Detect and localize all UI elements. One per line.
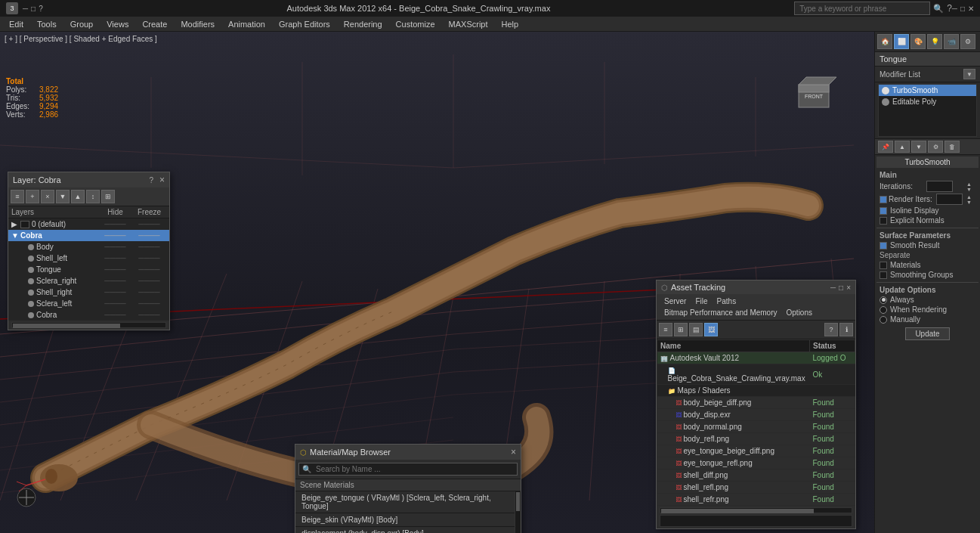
asset-menu-paths[interactable]: Paths xyxy=(713,296,741,307)
search-input[interactable] xyxy=(794,2,930,15)
mat-item-1[interactable]: Beige_skin (VRayMtl) [Body] xyxy=(295,513,515,527)
window-minimize-btn[interactable]: ─ xyxy=(952,5,957,13)
layer-row-shell-left[interactable]: Shell_left ──── ──── xyxy=(8,253,169,264)
menu-item-tools[interactable]: Tools xyxy=(31,18,63,30)
menu-item-create[interactable]: Create xyxy=(136,18,173,30)
layers-scrollbar-thumb[interactable] xyxy=(13,324,120,328)
rp-icon2[interactable]: ⬜ xyxy=(894,34,909,49)
material-browser-titlebar[interactable]: ⬡ Material/Map Browser × xyxy=(295,445,521,460)
asset-row-vault[interactable]: 🏢Autodesk Vault 2012 Logged O xyxy=(657,352,855,364)
layers-create-btn[interactable]: ≡ xyxy=(11,190,24,203)
asset-icon-filter[interactable]: ▤ xyxy=(689,323,703,336)
asset-row-3[interactable]: 🖼body_refl.png Found xyxy=(657,433,855,445)
asset-icon-bitmap[interactable]: 🖼 xyxy=(704,323,718,336)
menu-item-animation[interactable]: Animation xyxy=(222,18,271,30)
layers-titlebar[interactable]: Layer: Cobra ? × xyxy=(8,172,169,187)
modifier-pin-icon[interactable]: 📌 xyxy=(878,141,893,153)
material-browser-close-btn[interactable]: × xyxy=(511,447,516,457)
rp-icon1[interactable]: 🏠 xyxy=(877,34,892,49)
ts-render-iters-input[interactable]: 2 xyxy=(936,194,963,205)
ts-render-iters-checkbox[interactable] xyxy=(880,196,887,203)
menu-item-rendering[interactable]: Rendering xyxy=(338,18,388,30)
mat-item-2[interactable]: displacement (body_disp.exr) [Body] xyxy=(295,527,515,533)
asset-scrollbar-thumb[interactable] xyxy=(661,509,814,513)
modifier-list-dropdown[interactable]: ▼ xyxy=(963,69,975,79)
rp-icon6[interactable]: ⚙ xyxy=(960,34,975,49)
asset-menu-server[interactable]: Server xyxy=(660,296,691,307)
window-close-btn[interactable]: ✕ xyxy=(968,5,974,13)
menu-item-maxscript[interactable]: MAXScript xyxy=(443,18,494,30)
asset-scrollbar[interactable] xyxy=(660,507,852,513)
asset-icon-list[interactable]: ≡ xyxy=(659,323,672,336)
asset-icon-detail[interactable]: ⊞ xyxy=(674,323,688,336)
asset-maximize-btn[interactable]: □ xyxy=(839,284,843,292)
mat-scrollbar-thumb[interactable] xyxy=(516,492,520,511)
menu-item-help[interactable]: Help xyxy=(496,18,525,30)
asset-close-btn[interactable]: × xyxy=(846,284,851,292)
modifier-editable-poly[interactable]: Editable Poly xyxy=(879,96,976,107)
ts-iterations-spinner[interactable]: ▲ ▼ xyxy=(966,181,975,192)
modifier-delete-icon[interactable]: 🗑 xyxy=(944,141,960,153)
ts-render-iters-spinner[interactable]: ▲ ▼ xyxy=(966,194,975,205)
layers-add-btn[interactable]: + xyxy=(26,190,39,203)
layer-row-cobra[interactable]: ▼ Cobra ──── ──── xyxy=(8,230,169,241)
asset-tracking-titlebar[interactable]: ⬡ Asset Tracking ─ □ × xyxy=(657,280,855,294)
ts-manually-radio[interactable] xyxy=(880,316,887,324)
modifier-bulb-editable-poly[interactable] xyxy=(882,98,889,106)
search-icon[interactable]: 🔍 xyxy=(933,4,944,14)
navigation-cube[interactable]: FRONT xyxy=(791,70,836,115)
ts-explicit-checkbox[interactable] xyxy=(880,217,887,225)
menu-item-graph-editors[interactable]: Graph Editors xyxy=(273,18,336,30)
asset-menu-file[interactable]: File xyxy=(691,296,712,307)
layer-row-sclera-left[interactable]: Sclera_left ──── ──── xyxy=(8,298,169,309)
mat-scrollbar[interactable] xyxy=(515,491,521,533)
ts-always-radio[interactable] xyxy=(880,296,887,304)
layers-scrollbar[interactable] xyxy=(11,322,166,328)
layer-row-body[interactable]: Body ──── ──── xyxy=(8,241,169,253)
ts-when-rendering-radio[interactable] xyxy=(880,306,887,314)
rp-icon5[interactable]: 📹 xyxy=(944,34,959,49)
asset-menu-options[interactable]: Options xyxy=(782,307,817,318)
rp-icon4[interactable]: 💡 xyxy=(927,34,942,49)
ts-materials-checkbox[interactable] xyxy=(880,262,887,269)
asset-row-1[interactable]: 🖼body_disp.exr Found xyxy=(657,409,855,421)
layers-delete-btn[interactable]: × xyxy=(41,190,54,203)
mat-search-input[interactable] xyxy=(314,463,517,475)
modifier-configure-icon[interactable]: ⚙ xyxy=(928,141,943,153)
ts-iterations-input[interactable]: 0 xyxy=(926,181,953,192)
layers-btn4[interactable]: ▼ xyxy=(56,190,70,203)
menu-item-customize[interactable]: Customize xyxy=(390,18,441,30)
modifier-down-icon[interactable]: ▼ xyxy=(911,141,926,153)
mat-item-0[interactable]: Beige_eye_tongue ( VRayMtl ) [Sclera_lef… xyxy=(295,491,515,513)
layers-btn6[interactable]: ↕ xyxy=(86,190,100,203)
layer-row-sclera-right[interactable]: Sclera_right ──── ──── xyxy=(8,275,169,287)
menu-item-group[interactable]: Group xyxy=(64,18,100,30)
asset-row-file[interactable]: 📄Beige_Cobra_Snake_Crawling_vray.max Ok xyxy=(657,364,855,385)
asset-icon-info[interactable]: ℹ xyxy=(839,323,853,336)
asset-path-input[interactable] xyxy=(660,515,852,527)
asset-minimize-btn[interactable]: ─ xyxy=(830,284,836,292)
layers-btn5[interactable]: ▲ xyxy=(71,190,85,203)
menu-item-views[interactable]: Views xyxy=(100,18,134,30)
asset-icon-help[interactable]: ? xyxy=(824,323,838,336)
asset-row-5[interactable]: 🖼eye_tongue_refl.png Found xyxy=(657,457,855,469)
asset-row-6[interactable]: 🖼shell_diff.png Found xyxy=(657,469,855,482)
layer-row-shell-right[interactable]: Shell_right ──── ──── xyxy=(8,287,169,298)
window-maximize[interactable]: □ xyxy=(31,5,36,13)
layers-help-btn[interactable]: ? xyxy=(149,176,153,184)
layer-expand-default[interactable]: ▶ xyxy=(11,220,20,228)
layer-expand-cobra[interactable]: ▼ xyxy=(11,231,20,240)
modifier-up-icon[interactable]: ▲ xyxy=(895,141,910,153)
layer-checkbox-default[interactable] xyxy=(20,221,29,228)
layers-btn7[interactable]: ⊞ xyxy=(101,190,115,203)
asset-row-0[interactable]: 🖼body_beige_diff.png Found xyxy=(657,397,855,409)
layer-row-default[interactable]: ▶ 0 (default) ──── ──── xyxy=(8,218,169,230)
modifier-bulb-turbossmooth[interactable] xyxy=(882,87,889,95)
layer-row-cobra-child[interactable]: Cobra ──── ──── xyxy=(8,309,169,321)
help-icon[interactable]: ? xyxy=(947,3,952,14)
asset-row-7[interactable]: 🖼shell_refl.png Found xyxy=(657,482,855,494)
modifier-turbossmooth[interactable]: TurboSmooth xyxy=(879,85,976,96)
menu-item-modifiers[interactable]: Modifiers xyxy=(175,18,221,30)
asset-row-2[interactable]: 🖼body_normal.png Found xyxy=(657,421,855,433)
ts-isoline-checkbox[interactable] xyxy=(880,207,887,215)
